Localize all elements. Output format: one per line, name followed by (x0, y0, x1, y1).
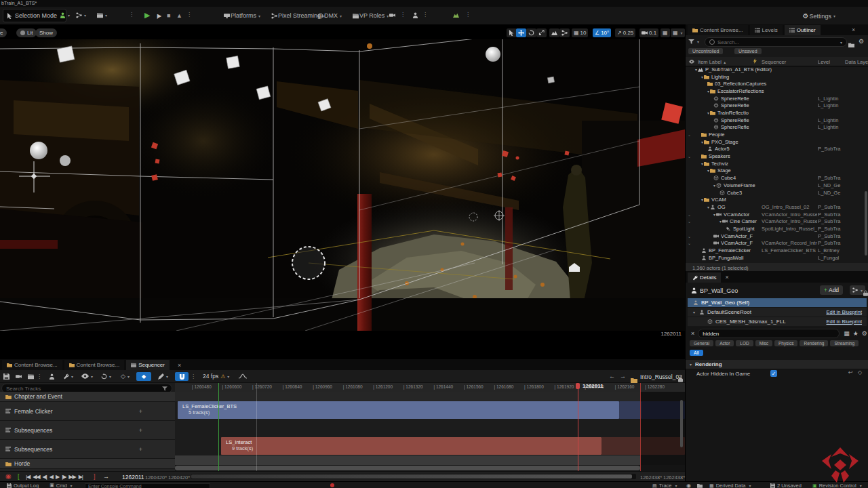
sequence-breadcrumb[interactable]: Intro_Russel_02 (640, 373, 682, 380)
play-options-menu[interactable]: ⋮ (186, 12, 192, 18)
curve-editor-button[interactable] (239, 373, 247, 379)
component-row[interactable]: BP_Wall_Geo (Self) (688, 298, 867, 308)
save-button[interactable] (3, 373, 9, 380)
edit-mode-button[interactable]: ▾ (158, 373, 168, 380)
transport-glyph-button[interactable]: ◀ (50, 474, 53, 480)
scale-snap-button[interactable]: ↗0.25 (615, 28, 635, 37)
snap-magnet-button[interactable] (175, 372, 189, 381)
filter-chip-streaming[interactable]: Streaming (830, 340, 859, 346)
outliner-row[interactable]: Actor5P_SubTra (686, 146, 866, 153)
eject-button[interactable]: ▲ (176, 12, 182, 19)
settings-dropdown[interactable]: ⚙Settings▾ (802, 12, 835, 20)
outliner-row[interactable]: ⌄▾Cine CamerVCamActor_Intro_Russel_0P_Su… (686, 218, 866, 225)
add-component-button[interactable]: +Add (820, 285, 843, 295)
filter-chip-rendering[interactable]: Rendering (800, 340, 828, 346)
snap-options-menu[interactable]: ⋮ (191, 373, 196, 380)
edit-in-blueprint-link[interactable]: Edit in Blueprint (826, 309, 862, 315)
cinematics-button[interactable]: ▾ (97, 12, 107, 18)
play-button[interactable]: ▶ (144, 11, 150, 20)
platforms-dropdown[interactable]: Platforms▾ (224, 12, 260, 19)
nav-back-button[interactable]: ← (609, 373, 615, 380)
toolbar-overflow-menu[interactable]: ⋮ (129, 12, 134, 18)
surface-snap-button[interactable] (559, 28, 570, 37)
rotation-snap-button[interactable]: ∠10° (593, 28, 611, 37)
outliner-row[interactable]: ▾Lighting (686, 73, 866, 81)
clear-search-icon[interactable]: × (691, 330, 694, 337)
outliner-row[interactable]: ▾TrainReflectio (686, 109, 866, 117)
outliner-row[interactable]: ▾OGOG_Intro_Russel_02P_SubTra (686, 203, 866, 211)
details-search-input[interactable] (703, 331, 835, 337)
outliner-row[interactable]: 03_ReflectionCaptures (686, 80, 866, 87)
outliner-row[interactable]: BP_FemaleClickerLS_FemaleClicker_BTSL_Br… (686, 247, 866, 254)
viewport-layout-button[interactable]: ▦▾ (671, 28, 685, 37)
col-sequencer[interactable]: Sequencer (762, 59, 786, 65)
tab-levels[interactable]: Levels (750, 25, 783, 35)
tab-content-browse-[interactable]: Content Browse... (688, 25, 748, 35)
range-start-b[interactable]: 1260420* (168, 474, 190, 481)
tab-content-browse-[interactable]: Content Browse... (64, 360, 125, 370)
component-row[interactable]: CES_MESH_3dsmax_1_FLLEdit in Blueprint (688, 317, 867, 327)
filter-chip-general[interactable]: General (690, 340, 713, 346)
filter-chip-physics[interactable]: Physics (774, 340, 797, 346)
vp-roles-dropdown[interactable]: VP Roles▾ (353, 12, 389, 19)
details-settings-icon[interactable]: ⚙ (862, 330, 867, 337)
screenshot-icon[interactable]: ◉ (686, 483, 691, 488)
vcam-menu[interactable]: ⋮ (400, 12, 406, 18)
create-camera-button[interactable] (16, 373, 22, 380)
outliner-row[interactable]: Cube4P_SubTra (686, 174, 866, 182)
transport-glyph-button[interactable]: ▶▶ (68, 474, 75, 480)
timeline-hscrollbar[interactable] (175, 465, 685, 471)
close-icon[interactable]: × (725, 274, 728, 281)
outliner-row[interactable]: ▾Stage (686, 167, 866, 175)
playback-options-button[interactable]: ▾ (101, 373, 111, 380)
filter-chip-lod[interactable]: LOD (736, 340, 753, 346)
grid-view-icon[interactable]: ▦ (844, 330, 850, 337)
add-section-button[interactable]: + (139, 427, 142, 434)
mark-in-button[interactable]: [ (18, 473, 20, 480)
range-scrollbar[interactable] (191, 474, 636, 479)
outliner-scrollbar[interactable] (865, 191, 867, 256)
fps-dropdown[interactable]: 24 fps⚠▾ (203, 373, 229, 380)
outliner-row[interactable]: ▾EscalatorReflections (686, 87, 866, 95)
add-actor-button[interactable]: ▾ (60, 12, 70, 18)
scale-tool-button[interactable] (536, 28, 547, 37)
range-end-b[interactable]: 1262438* (663, 474, 685, 481)
trace-dropdown[interactable]: ▤Trace▾ (652, 483, 677, 488)
auto-key-button[interactable]: ◆ (136, 372, 151, 381)
outliner-row[interactable]: Cube3L_ND_Ge (686, 189, 866, 197)
sequencer-track-subsequences[interactable]: Subsequences+ (0, 421, 175, 440)
mark-out-button[interactable]: ] (94, 473, 96, 480)
takes-menu[interactable]: ⋮ (422, 12, 428, 18)
select-tool-button[interactable] (507, 28, 517, 37)
show-dropdown[interactable]: Show (35, 28, 57, 37)
range-start-a[interactable]: 1260420* (145, 474, 167, 481)
render-movie-button[interactable] (28, 373, 34, 380)
env-button[interactable] (453, 12, 459, 18)
jump-button[interactable]: → (103, 473, 109, 480)
grid-snap-button[interactable]: ▦10 (572, 28, 588, 37)
range-end-a[interactable]: 1262438* (640, 474, 662, 481)
console-command-input[interactable] (85, 483, 210, 488)
current-frame[interactable]: 1262011 (122, 474, 144, 481)
filter-chip-actor[interactable]: Actor (715, 340, 734, 346)
derived-data-dropdown[interactable]: ▦Derived Data▾ (709, 483, 751, 488)
clip-interact[interactable]: LS_Interact 9 track(s) (221, 437, 601, 455)
timeline-body[interactable]: LS_FemaleClicker_BTS 5 track(s) LS_Inter… (175, 392, 685, 471)
record-button[interactable]: ◉ (5, 472, 12, 480)
lock-icon[interactable] (863, 287, 868, 299)
filter-chip-misc[interactable]: Misc (755, 340, 772, 346)
details-tab[interactable]: Details (688, 272, 721, 283)
transport-glyph-button[interactable]: ▶ (56, 474, 59, 480)
transport-glyph-button[interactable]: |◀ (26, 474, 30, 480)
transport-glyph-button[interactable]: ▶| (79, 474, 83, 480)
keyframe-property-icon[interactable]: ◇ (858, 369, 862, 375)
uncontrolled-badge[interactable]: Uncontrolled (688, 48, 723, 54)
outliner-row[interactable]: ⌄People (686, 131, 866, 138)
outliner-row[interactable]: SphereRefleL_Lightin (686, 117, 866, 124)
add-section-button[interactable]: + (139, 408, 142, 415)
output-log-button[interactable]: Output Log (7, 483, 39, 488)
perspective-dropdown[interactable]: tive (0, 28, 7, 37)
outliner-row[interactable]: SphereRefleL_Lightin (686, 95, 866, 102)
dmx-dropdown[interactable]: DMX▾ (317, 12, 342, 19)
filter-all-chip[interactable]: All (690, 350, 703, 356)
